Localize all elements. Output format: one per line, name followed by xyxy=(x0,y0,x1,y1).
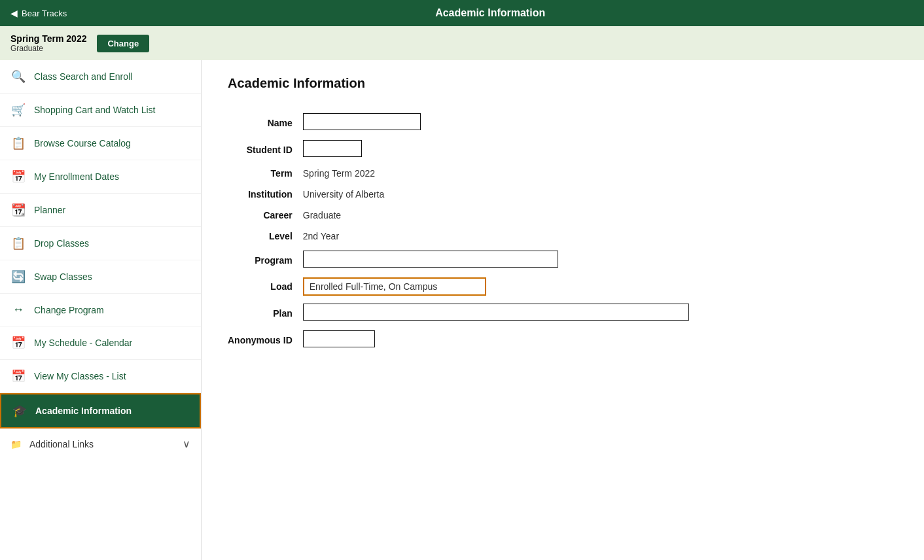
anonymous-id-label: Anonymous ID xyxy=(228,326,303,353)
calendar-icon: 📅 xyxy=(10,169,26,184)
term-type: Graduate xyxy=(10,44,86,53)
header-title: Academic Information xyxy=(67,7,914,19)
anonymous-id-input[interactable] xyxy=(303,330,375,347)
sidebar-item-shopping-cart[interactable]: 🛒 Shopping Cart and Watch List xyxy=(0,94,201,127)
sidebar-item-my-schedule[interactable]: 📅 My Schedule - Calendar xyxy=(0,326,201,360)
plan-value xyxy=(303,300,689,326)
level-static: 2nd Year xyxy=(303,231,339,241)
level-label: Level xyxy=(228,226,303,247)
level-value: 2nd Year xyxy=(303,226,689,247)
term-label: Term xyxy=(228,163,303,184)
sidebar-item-academic-info[interactable]: 🎓 Academic Information xyxy=(0,393,201,429)
swap-icon: 🔄 xyxy=(10,270,26,284)
sidebar-item-class-search[interactable]: 🔍 Class Search and Enroll xyxy=(0,60,201,94)
plan-input[interactable] xyxy=(303,304,689,321)
form-row-program: Program xyxy=(228,247,689,273)
cart-icon: 🛒 xyxy=(10,103,26,117)
back-label: Bear Tracks xyxy=(22,9,67,18)
catalog-icon: 📋 xyxy=(10,136,26,150)
program-label: Program xyxy=(228,247,303,273)
page-title: Academic Information xyxy=(228,76,898,91)
career-label: Career xyxy=(228,205,303,226)
back-button[interactable]: ◀ Bear Tracks xyxy=(10,8,67,18)
academic-info-form: Name Student ID Term Spring Term 2022 xyxy=(228,109,689,353)
sidebar-item-label: Browse Course Catalog xyxy=(34,138,131,149)
term-bar: Spring Term 2022 Graduate Change xyxy=(0,26,924,60)
sidebar: 🔍 Class Search and Enroll 🛒 Shopping Car… xyxy=(0,60,202,560)
name-value xyxy=(303,109,689,136)
sidebar-item-label: My Enrollment Dates xyxy=(34,171,119,182)
additional-links-item[interactable]: 📁 Additional Links ∨ xyxy=(0,429,201,459)
form-row-term: Term Spring Term 2022 xyxy=(228,163,689,184)
change-program-icon: ↔️ xyxy=(10,303,26,317)
change-term-button[interactable]: Change xyxy=(97,35,149,52)
sidebar-item-label: Swap Classes xyxy=(34,271,92,282)
student-id-label: Student ID xyxy=(228,136,303,163)
student-id-input[interactable] xyxy=(303,140,362,157)
institution-value: University of Alberta xyxy=(303,184,689,205)
institution-static: University of Alberta xyxy=(303,189,385,200)
layout: 🔍 Class Search and Enroll 🛒 Shopping Car… xyxy=(0,60,924,560)
list-icon: 📅 xyxy=(10,369,26,383)
academic-info-icon: 🎓 xyxy=(12,404,27,418)
sidebar-item-change-program[interactable]: ↔️ Change Program xyxy=(0,294,201,326)
sidebar-item-view-classes[interactable]: 📅 View My Classes - List xyxy=(0,360,201,393)
form-row-anonymous-id: Anonymous ID xyxy=(228,326,689,353)
anonymous-id-value xyxy=(303,326,689,353)
sidebar-item-label: Drop Classes xyxy=(34,238,89,249)
form-row-student-id: Student ID xyxy=(228,136,689,163)
career-value: Graduate xyxy=(303,205,689,226)
form-row-name: Name xyxy=(228,109,689,136)
sidebar-item-browse-catalog[interactable]: 📋 Browse Course Catalog xyxy=(0,127,201,160)
term-static: Spring Term 2022 xyxy=(303,168,375,179)
plan-label: Plan xyxy=(228,300,303,326)
additional-links-label: Additional Links xyxy=(29,439,94,449)
sidebar-item-label: Academic Information xyxy=(35,406,132,416)
program-input[interactable] xyxy=(303,251,558,268)
load-value: Enrolled Full-Time, On Campus xyxy=(303,273,689,300)
header: ◀ Bear Tracks Academic Information xyxy=(0,0,924,26)
form-row-plan: Plan xyxy=(228,300,689,326)
name-label: Name xyxy=(228,109,303,136)
term-value: Spring Term 2022 xyxy=(303,163,689,184)
term-name: Spring Term 2022 xyxy=(10,33,86,44)
sidebar-item-planner[interactable]: 📆 Planner xyxy=(0,194,201,227)
sidebar-item-label: Class Search and Enroll xyxy=(34,71,132,82)
sidebar-item-label: My Schedule - Calendar xyxy=(34,338,132,348)
career-static: Graduate xyxy=(303,210,341,220)
institution-label: Institution xyxy=(228,184,303,205)
sidebar-item-swap-classes[interactable]: 🔄 Swap Classes xyxy=(0,260,201,294)
student-id-value xyxy=(303,136,689,163)
folder-icon: 📁 xyxy=(10,439,22,449)
form-row-load: Load Enrolled Full-Time, On Campus xyxy=(228,273,689,300)
sidebar-item-label: Change Program xyxy=(34,305,104,315)
form-row-institution: Institution University of Alberta xyxy=(228,184,689,205)
drop-icon: 📋 xyxy=(10,236,26,251)
main-content: Academic Information Name Student ID Ter… xyxy=(202,60,924,560)
sidebar-item-label: View My Classes - List xyxy=(34,371,126,381)
form-row-level: Level 2nd Year xyxy=(228,226,689,247)
planner-icon: 📆 xyxy=(10,203,26,217)
load-box: Enrolled Full-Time, On Campus xyxy=(303,277,486,296)
sidebar-item-label: Planner xyxy=(34,205,65,215)
sidebar-item-enrollment-dates[interactable]: 📅 My Enrollment Dates xyxy=(0,160,201,194)
load-label: Load xyxy=(228,273,303,300)
term-info: Spring Term 2022 Graduate xyxy=(10,33,86,53)
sidebar-item-label: Shopping Cart and Watch List xyxy=(34,105,155,115)
schedule-icon: 📅 xyxy=(10,336,26,350)
chevron-down-icon: ∨ xyxy=(183,438,190,450)
form-row-career: Career Graduate xyxy=(228,205,689,226)
sidebar-item-drop-classes[interactable]: 📋 Drop Classes xyxy=(0,227,201,260)
back-chevron-icon: ◀ xyxy=(10,8,18,18)
load-text: Enrolled Full-Time, On Campus xyxy=(310,281,438,292)
name-input[interactable] xyxy=(303,113,421,130)
program-value xyxy=(303,247,689,273)
search-icon: 🔍 xyxy=(10,69,26,84)
